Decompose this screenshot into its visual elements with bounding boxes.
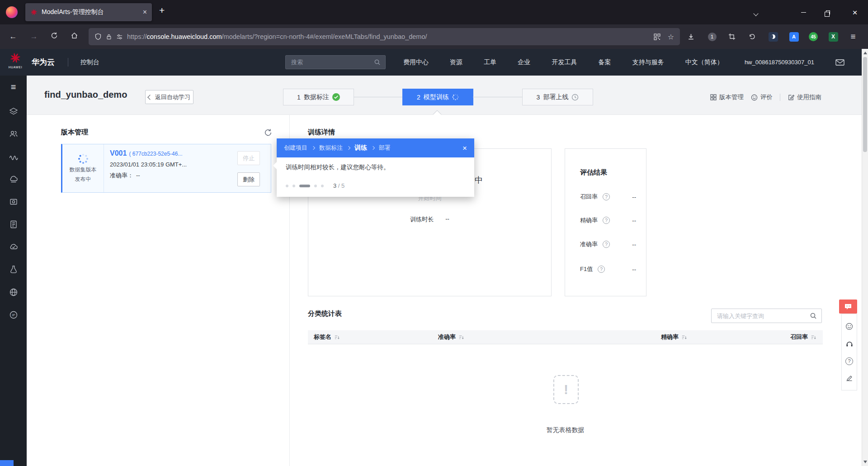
svg-text:IP: IP	[12, 313, 15, 317]
feedback-chat-button[interactable]	[839, 300, 857, 314]
smiley-icon[interactable]	[845, 323, 853, 330]
popover-progress: 3 / 5	[286, 182, 465, 189]
progress-dot	[292, 185, 295, 187]
nav-resources[interactable]: 资源	[450, 58, 462, 67]
window-close-button[interactable]: ×	[844, 0, 865, 24]
brand-name[interactable]: 华为云	[32, 57, 55, 67]
permissions-icon[interactable]	[116, 33, 123, 40]
version-name[interactable]: V001	[110, 149, 127, 157]
table-search-box[interactable]	[711, 309, 822, 323]
nav-language[interactable]: 中文（简体）	[685, 58, 723, 67]
url-bar[interactable]: https://console.huaweicloud.com/modelart…	[89, 28, 680, 45]
nav-billing[interactable]: 费用中心	[403, 58, 429, 67]
version-management-link[interactable]: 版本管理	[710, 93, 744, 101]
step-model-training[interactable]: 2模型训练	[402, 89, 473, 105]
sort-icon[interactable]	[458, 334, 464, 340]
headset-icon[interactable]	[845, 340, 854, 348]
lock-icon[interactable]	[106, 33, 112, 40]
help-question-icon[interactable]: ?	[603, 241, 610, 248]
window-restore-button[interactable]	[817, 0, 838, 24]
page-scrollbar[interactable]	[862, 49, 868, 466]
page-title: find_yunbao_demo	[44, 90, 127, 100]
table-search-input[interactable]	[716, 312, 810, 320]
app-menu-icon[interactable]: ≡	[847, 31, 859, 43]
delete-button[interactable]: 删除	[237, 172, 260, 186]
back-to-exeml-button[interactable]: 返回自动学习	[145, 90, 193, 104]
history-undo-icon[interactable]	[746, 31, 758, 43]
help-question-icon[interactable]: ?	[603, 193, 610, 200]
notebook-document-icon[interactable]	[9, 219, 19, 229]
dashboard-layers-icon[interactable]	[9, 106, 19, 116]
tab-close-icon[interactable]: ×	[143, 9, 147, 16]
step-deploy[interactable]: 3部署上线	[522, 89, 593, 105]
tab-favicon-huawei-icon	[30, 9, 38, 16]
version-card[interactable]: 数据集版本 发布中 V001 ( 677cb223-52e5-46... 202…	[61, 144, 271, 193]
cloud-check-icon[interactable]	[9, 242, 19, 252]
waveform-icon[interactable]	[9, 152, 19, 162]
column-label-name[interactable]: 标签名	[308, 333, 438, 341]
home-button[interactable]	[68, 32, 80, 42]
scroll-up-arrow-icon[interactable]	[863, 52, 867, 54]
screenshot-crop-icon[interactable]	[726, 31, 738, 43]
sidebar-menu-icon[interactable]: ≡	[11, 82, 16, 91]
tracking-shield-icon[interactable]	[94, 33, 102, 40]
column-recall[interactable]: 召回率	[687, 333, 823, 341]
scroll-down-arrow-icon[interactable]	[863, 461, 867, 463]
mail-icon[interactable]	[835, 59, 844, 66]
sort-icon[interactable]	[334, 334, 340, 340]
translate-extension-icon[interactable]: A	[788, 31, 800, 43]
nav-devtools[interactable]: 开发工具	[552, 58, 577, 67]
nav-support[interactable]: 支持与服务	[632, 58, 664, 67]
help-question-icon[interactable]: ?	[598, 266, 605, 273]
storage-box-icon[interactable]	[9, 197, 19, 207]
forward-button[interactable]: →	[28, 32, 40, 41]
spreadsheet-extension-icon[interactable]: X	[827, 31, 839, 43]
bookmark-star-icon[interactable]: ☆	[668, 33, 674, 41]
global-search-box[interactable]	[285, 55, 386, 69]
search-icon[interactable]	[374, 59, 381, 66]
sort-icon[interactable]	[811, 334, 816, 340]
list-tabs-chevron-icon[interactable]	[754, 9, 758, 17]
account-name[interactable]: hw_008618750930307_01	[745, 59, 814, 66]
downloads-icon[interactable]	[685, 31, 697, 43]
evaluation-row: 召回率 ? --	[580, 192, 636, 201]
notification-badge[interactable]: 1	[706, 31, 718, 43]
popover-close-icon[interactable]: ×	[462, 144, 467, 152]
globe-network-icon[interactable]	[9, 287, 19, 297]
reload-button[interactable]	[48, 32, 60, 42]
scrollbar-thumb[interactable]	[863, 57, 867, 152]
progress-dot	[314, 185, 317, 187]
experiment-flask-icon[interactable]	[9, 265, 19, 275]
column-accuracy[interactable]: 准确率	[438, 333, 552, 341]
huawei-logo[interactable]: HUAWEI	[6, 52, 25, 69]
nav-icp[interactable]: 备案	[599, 58, 611, 67]
cloud-service-icon[interactable]	[9, 174, 19, 184]
step-data-labeling[interactable]: 1数据标注	[283, 89, 354, 105]
nav-tickets[interactable]: 工单	[484, 58, 496, 67]
nav-enterprise[interactable]: 企业	[518, 58, 530, 67]
evaluation-row: 精确率 ? --	[580, 216, 636, 225]
counter-extension-icon[interactable]: 45	[807, 31, 819, 43]
stop-button[interactable]: 停止	[237, 151, 260, 165]
window-minimize-button[interactable]	[793, 0, 814, 24]
sort-icon[interactable]	[681, 334, 687, 340]
global-search-input[interactable]	[290, 58, 374, 66]
search-icon[interactable]	[810, 312, 817, 319]
ip-address-icon[interactable]: IP	[9, 310, 19, 320]
qr-code-icon[interactable]	[654, 33, 660, 40]
team-users-icon[interactable]	[9, 129, 19, 139]
column-precision[interactable]: 精确率	[552, 333, 687, 341]
nav-console-link[interactable]: 控制台	[80, 58, 99, 67]
refresh-icon[interactable]	[264, 128, 272, 138]
popover-message: 训练时间相对较长，建议您耐心等待。	[286, 163, 465, 171]
dark-mode-extension-icon[interactable]	[767, 31, 779, 43]
browser-tab[interactable]: ModelArts-管理控制台 ×	[25, 3, 152, 21]
help-question-icon[interactable]: ?	[845, 357, 853, 365]
rate-link[interactable]: 评价	[751, 93, 773, 101]
help-question-icon[interactable]: ?	[603, 217, 610, 224]
edit-pen-icon[interactable]	[846, 375, 853, 382]
firefox-logo-icon[interactable]	[6, 6, 18, 18]
back-button[interactable]: ←	[7, 32, 19, 41]
new-tab-button[interactable]: +	[159, 5, 165, 15]
user-guide-link[interactable]: 使用指南	[788, 93, 821, 101]
